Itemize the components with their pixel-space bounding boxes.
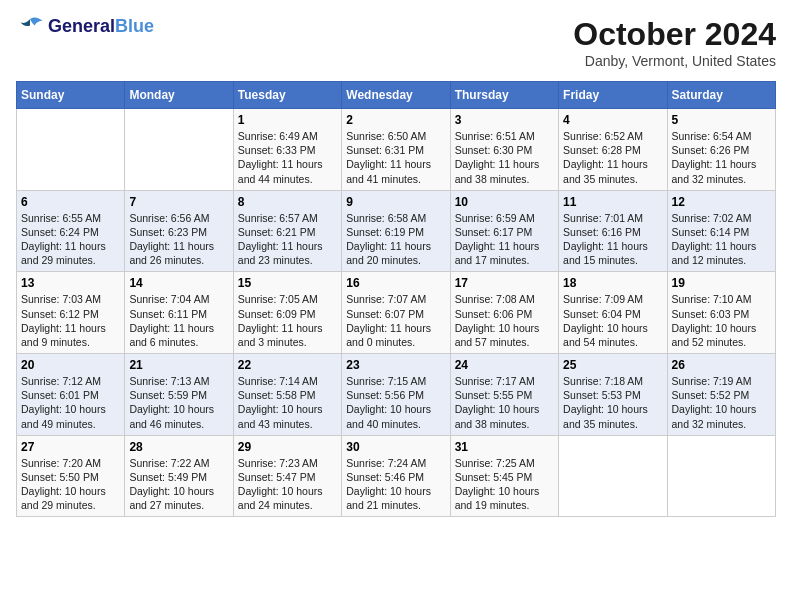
day-number: 23 <box>346 358 445 372</box>
day-of-week-header: Wednesday <box>342 82 450 109</box>
calendar-week-row: 27Sunrise: 7:20 AM Sunset: 5:50 PM Dayli… <box>17 435 776 517</box>
day-of-week-header: Tuesday <box>233 82 341 109</box>
calendar-cell: 25Sunrise: 7:18 AM Sunset: 5:53 PM Dayli… <box>559 354 667 436</box>
cell-info: Sunrise: 6:51 AM Sunset: 6:30 PM Dayligh… <box>455 129 554 186</box>
cell-info: Sunrise: 7:12 AM Sunset: 6:01 PM Dayligh… <box>21 374 120 431</box>
cell-info: Sunrise: 7:04 AM Sunset: 6:11 PM Dayligh… <box>129 292 228 349</box>
calendar-cell: 8Sunrise: 6:57 AM Sunset: 6:21 PM Daylig… <box>233 190 341 272</box>
days-of-week-row: SundayMondayTuesdayWednesdayThursdayFrid… <box>17 82 776 109</box>
calendar-cell: 17Sunrise: 7:08 AM Sunset: 6:06 PM Dayli… <box>450 272 558 354</box>
calendar-cell: 15Sunrise: 7:05 AM Sunset: 6:09 PM Dayli… <box>233 272 341 354</box>
day-number: 29 <box>238 440 337 454</box>
cell-info: Sunrise: 7:23 AM Sunset: 5:47 PM Dayligh… <box>238 456 337 513</box>
day-of-week-header: Saturday <box>667 82 775 109</box>
cell-info: Sunrise: 6:59 AM Sunset: 6:17 PM Dayligh… <box>455 211 554 268</box>
cell-info: Sunrise: 7:13 AM Sunset: 5:59 PM Dayligh… <box>129 374 228 431</box>
day-number: 14 <box>129 276 228 290</box>
cell-info: Sunrise: 6:55 AM Sunset: 6:24 PM Dayligh… <box>21 211 120 268</box>
calendar-cell: 16Sunrise: 7:07 AM Sunset: 6:07 PM Dayli… <box>342 272 450 354</box>
calendar-cell: 23Sunrise: 7:15 AM Sunset: 5:56 PM Dayli… <box>342 354 450 436</box>
day-number: 9 <box>346 195 445 209</box>
calendar-cell: 22Sunrise: 7:14 AM Sunset: 5:58 PM Dayli… <box>233 354 341 436</box>
calendar-cell: 28Sunrise: 7:22 AM Sunset: 5:49 PM Dayli… <box>125 435 233 517</box>
calendar-body: 1Sunrise: 6:49 AM Sunset: 6:33 PM Daylig… <box>17 109 776 517</box>
cell-info: Sunrise: 7:03 AM Sunset: 6:12 PM Dayligh… <box>21 292 120 349</box>
day-number: 15 <box>238 276 337 290</box>
calendar-cell: 9Sunrise: 6:58 AM Sunset: 6:19 PM Daylig… <box>342 190 450 272</box>
day-of-week-header: Thursday <box>450 82 558 109</box>
cell-info: Sunrise: 7:02 AM Sunset: 6:14 PM Dayligh… <box>672 211 771 268</box>
cell-info: Sunrise: 6:49 AM Sunset: 6:33 PM Dayligh… <box>238 129 337 186</box>
cell-info: Sunrise: 7:10 AM Sunset: 6:03 PM Dayligh… <box>672 292 771 349</box>
cell-info: Sunrise: 7:18 AM Sunset: 5:53 PM Dayligh… <box>563 374 662 431</box>
calendar-cell: 4Sunrise: 6:52 AM Sunset: 6:28 PM Daylig… <box>559 109 667 191</box>
day-number: 19 <box>672 276 771 290</box>
day-number: 27 <box>21 440 120 454</box>
day-of-week-header: Monday <box>125 82 233 109</box>
calendar-cell: 21Sunrise: 7:13 AM Sunset: 5:59 PM Dayli… <box>125 354 233 436</box>
calendar-week-row: 13Sunrise: 7:03 AM Sunset: 6:12 PM Dayli… <box>17 272 776 354</box>
cell-info: Sunrise: 6:58 AM Sunset: 6:19 PM Dayligh… <box>346 211 445 268</box>
day-number: 2 <box>346 113 445 127</box>
cell-info: Sunrise: 7:24 AM Sunset: 5:46 PM Dayligh… <box>346 456 445 513</box>
calendar-cell: 31Sunrise: 7:25 AM Sunset: 5:45 PM Dayli… <box>450 435 558 517</box>
calendar-header: SundayMondayTuesdayWednesdayThursdayFrid… <box>17 82 776 109</box>
cell-info: Sunrise: 7:25 AM Sunset: 5:45 PM Dayligh… <box>455 456 554 513</box>
calendar-cell <box>125 109 233 191</box>
day-number: 3 <box>455 113 554 127</box>
day-number: 7 <box>129 195 228 209</box>
cell-info: Sunrise: 7:01 AM Sunset: 6:16 PM Dayligh… <box>563 211 662 268</box>
cell-info: Sunrise: 6:57 AM Sunset: 6:21 PM Dayligh… <box>238 211 337 268</box>
calendar-week-row: 20Sunrise: 7:12 AM Sunset: 6:01 PM Dayli… <box>17 354 776 436</box>
page-header: GeneralBlue October 2024 Danby, Vermont,… <box>16 16 776 69</box>
day-of-week-header: Sunday <box>17 82 125 109</box>
calendar-cell <box>17 109 125 191</box>
calendar-cell <box>667 435 775 517</box>
day-number: 1 <box>238 113 337 127</box>
calendar-cell: 6Sunrise: 6:55 AM Sunset: 6:24 PM Daylig… <box>17 190 125 272</box>
day-number: 30 <box>346 440 445 454</box>
day-number: 16 <box>346 276 445 290</box>
calendar-cell: 29Sunrise: 7:23 AM Sunset: 5:47 PM Dayli… <box>233 435 341 517</box>
day-number: 25 <box>563 358 662 372</box>
cell-info: Sunrise: 6:54 AM Sunset: 6:26 PM Dayligh… <box>672 129 771 186</box>
calendar-cell: 19Sunrise: 7:10 AM Sunset: 6:03 PM Dayli… <box>667 272 775 354</box>
logo-text: GeneralBlue <box>48 17 154 37</box>
location: Danby, Vermont, United States <box>573 53 776 69</box>
day-number: 11 <box>563 195 662 209</box>
cell-info: Sunrise: 7:14 AM Sunset: 5:58 PM Dayligh… <box>238 374 337 431</box>
calendar-cell: 1Sunrise: 6:49 AM Sunset: 6:33 PM Daylig… <box>233 109 341 191</box>
calendar-cell: 24Sunrise: 7:17 AM Sunset: 5:55 PM Dayli… <box>450 354 558 436</box>
day-number: 17 <box>455 276 554 290</box>
day-number: 6 <box>21 195 120 209</box>
title-block: October 2024 Danby, Vermont, United Stat… <box>573 16 776 69</box>
day-number: 13 <box>21 276 120 290</box>
calendar-week-row: 6Sunrise: 6:55 AM Sunset: 6:24 PM Daylig… <box>17 190 776 272</box>
calendar-cell: 14Sunrise: 7:04 AM Sunset: 6:11 PM Dayli… <box>125 272 233 354</box>
calendar-cell: 12Sunrise: 7:02 AM Sunset: 6:14 PM Dayli… <box>667 190 775 272</box>
cell-info: Sunrise: 7:22 AM Sunset: 5:49 PM Dayligh… <box>129 456 228 513</box>
cell-info: Sunrise: 6:50 AM Sunset: 6:31 PM Dayligh… <box>346 129 445 186</box>
cell-info: Sunrise: 7:17 AM Sunset: 5:55 PM Dayligh… <box>455 374 554 431</box>
cell-info: Sunrise: 6:56 AM Sunset: 6:23 PM Dayligh… <box>129 211 228 268</box>
calendar-week-row: 1Sunrise: 6:49 AM Sunset: 6:33 PM Daylig… <box>17 109 776 191</box>
cell-info: Sunrise: 6:52 AM Sunset: 6:28 PM Dayligh… <box>563 129 662 186</box>
calendar-cell <box>559 435 667 517</box>
calendar-cell: 27Sunrise: 7:20 AM Sunset: 5:50 PM Dayli… <box>17 435 125 517</box>
cell-info: Sunrise: 7:20 AM Sunset: 5:50 PM Dayligh… <box>21 456 120 513</box>
day-number: 20 <box>21 358 120 372</box>
calendar-cell: 7Sunrise: 6:56 AM Sunset: 6:23 PM Daylig… <box>125 190 233 272</box>
calendar-cell: 20Sunrise: 7:12 AM Sunset: 6:01 PM Dayli… <box>17 354 125 436</box>
calendar-table: SundayMondayTuesdayWednesdayThursdayFrid… <box>16 81 776 517</box>
calendar-cell: 18Sunrise: 7:09 AM Sunset: 6:04 PM Dayli… <box>559 272 667 354</box>
calendar-cell: 5Sunrise: 6:54 AM Sunset: 6:26 PM Daylig… <box>667 109 775 191</box>
cell-info: Sunrise: 7:07 AM Sunset: 6:07 PM Dayligh… <box>346 292 445 349</box>
day-number: 26 <box>672 358 771 372</box>
day-of-week-header: Friday <box>559 82 667 109</box>
calendar-cell: 11Sunrise: 7:01 AM Sunset: 6:16 PM Dayli… <box>559 190 667 272</box>
cell-info: Sunrise: 7:08 AM Sunset: 6:06 PM Dayligh… <box>455 292 554 349</box>
calendar-cell: 13Sunrise: 7:03 AM Sunset: 6:12 PM Dayli… <box>17 272 125 354</box>
day-number: 8 <box>238 195 337 209</box>
day-number: 10 <box>455 195 554 209</box>
day-number: 5 <box>672 113 771 127</box>
